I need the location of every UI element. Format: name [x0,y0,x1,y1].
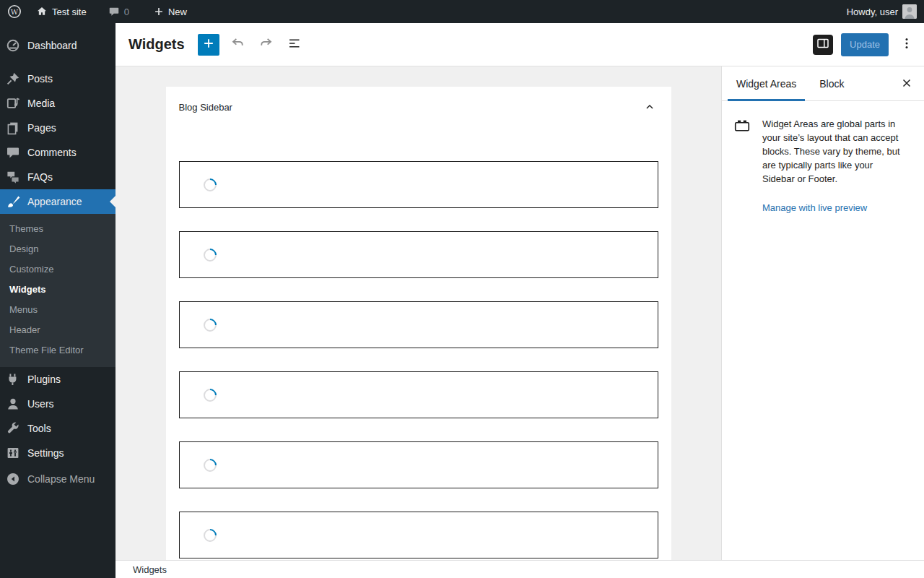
settings-tabs: Widget Areas Block [722,66,924,101]
sidebar-item-pages[interactable]: Pages [0,116,116,140]
sidebar-item-comments[interactable]: Comments [0,140,116,165]
options-menu-button[interactable] [898,36,915,53]
sidebar-item-label: Pages [27,122,56,134]
sidebar-item-appearance[interactable]: Appearance [0,189,116,214]
sidebar-item-faqs[interactable]: FAQs [0,165,116,189]
comment-icon [6,145,20,160]
settings-sidebar: Widget Areas Block Widget A [721,66,924,560]
settings-sidebar-toggle[interactable] [813,35,833,55]
sidebar-item-dashboard[interactable]: Dashboard [0,33,116,58]
loading-block[interactable] [179,301,658,348]
block-inserter-button[interactable] [198,34,219,56]
sidebar-item-label: Plugins [27,374,61,385]
plus-icon [202,37,215,52]
sidebar-item-label: Comments [27,147,77,158]
spinner-icon [201,386,219,404]
spinner-icon [201,526,219,544]
submenu-item-themes[interactable]: Themes [0,219,116,239]
loading-block[interactable] [179,371,658,418]
editor-header: Widgets Update [116,23,924,66]
sidebar-item-label: Users [27,398,54,410]
redo-icon [258,35,274,53]
widget-area-card: Blog Sidebar [166,87,671,560]
close-settings-button[interactable] [898,75,915,92]
plug-icon [6,372,20,387]
paintbrush-icon [6,194,20,209]
loading-block[interactable] [179,512,658,558]
sidebar-item-users[interactable]: Users [0,392,116,416]
undo-button[interactable] [229,36,246,53]
update-button[interactable]: Update [841,33,889,56]
editor-canvas: Blog Sidebar [116,66,721,560]
spinner-icon [201,176,219,194]
admin-bar-comments[interactable]: 0 [101,0,136,23]
submenu-item-widgets[interactable]: Widgets [0,280,116,300]
widgets-editor: Widgets Update [116,23,924,578]
plus-icon [154,7,164,17]
svg-text:W: W [11,8,19,16]
account-menu[interactable]: Howdy, user [840,0,924,23]
submenu-item-customize[interactable]: Customize [0,259,116,280]
media-icon [6,96,20,111]
spinner-icon [201,456,219,474]
wrench-icon [6,421,20,436]
site-name: Test site [52,7,87,17]
page-title: Widgets [128,36,185,53]
redo-button[interactable] [258,36,275,53]
visit-site-menu[interactable]: Test site [29,0,94,23]
submenu-item-theme-file-editor[interactable]: Theme File Editor [0,340,116,361]
spinner-icon [201,246,219,264]
loading-block[interactable] [179,231,658,278]
widget-area-title: Blog Sidebar [179,102,232,113]
breadcrumb: Widgets [133,564,167,575]
pushpin-icon [6,72,20,86]
widget-areas-panel: Widget Areas are global parts in your si… [722,101,924,214]
widget-area-icon [733,117,751,134]
sidebar-item-label: Collapse Menu [27,473,95,485]
close-icon [900,77,913,92]
chevron-up-icon [641,98,658,116]
tab-block[interactable]: Block [811,66,853,101]
submenu-item-design[interactable]: Design [0,239,116,259]
widget-area-header[interactable]: Blog Sidebar [179,98,658,116]
sidebar-toggle-icon [816,36,830,53]
sidebar-item-tools[interactable]: Tools [0,416,116,441]
home-icon [36,6,48,17]
new-label: New [168,7,187,17]
howdy-text: Howdy, user [847,7,898,17]
document-overview-icon [287,35,304,54]
sidebar-item-collapse-menu[interactable]: Collapse Menu [0,467,116,491]
sidebar-item-label: Tools [27,423,51,434]
admin-bar-new[interactable]: New [147,0,194,23]
sidebar-item-plugins[interactable]: Plugins [0,367,116,392]
wordpress-logo[interactable]: W [0,0,29,23]
admin-sidebar-menu: DashboardPostsMediaPagesCommentsFAQsAppe… [0,23,116,578]
submenu-item-menus[interactable]: Menus [0,300,116,320]
manage-live-preview-link[interactable]: Manage with live preview [762,202,867,213]
sidebar-item-label: Appearance [27,196,82,207]
document-overview-button[interactable] [287,36,304,53]
sidebar-item-label: Media [27,98,55,109]
user-icon [6,397,20,411]
sidebar-item-posts[interactable]: Posts [0,66,116,91]
submenu-item-header[interactable]: Header [0,320,116,340]
editor-footer: Widgets [116,560,924,578]
chat-bubbles-icon [6,170,20,184]
sidebar-item-label: Dashboard [27,40,77,51]
kebab-menu-icon [899,36,914,53]
collapse-arrow-icon [6,472,20,486]
undo-icon [230,35,245,53]
appearance-submenu: ThemesDesignCustomizeWidgetsMenusHeaderT… [0,214,116,367]
loading-block[interactable] [179,161,658,208]
sidebar-item-media[interactable]: Media [0,91,116,116]
sidebar-item-settings[interactable]: Settings [0,441,116,465]
sidebar-item-label: Settings [27,447,64,459]
sidebar-item-label: FAQs [27,171,53,183]
widget-areas-description: Widget Areas are global parts in your si… [762,117,901,186]
admin-bar: W Test site 0 New Howdy, user [0,0,924,23]
loading-block[interactable] [179,441,658,488]
tab-widget-areas[interactable]: Widget Areas [728,66,805,101]
comment-bubble-icon [108,6,120,17]
sidebar-item-label: Posts [27,73,53,85]
widget-blocks-list [179,161,658,558]
